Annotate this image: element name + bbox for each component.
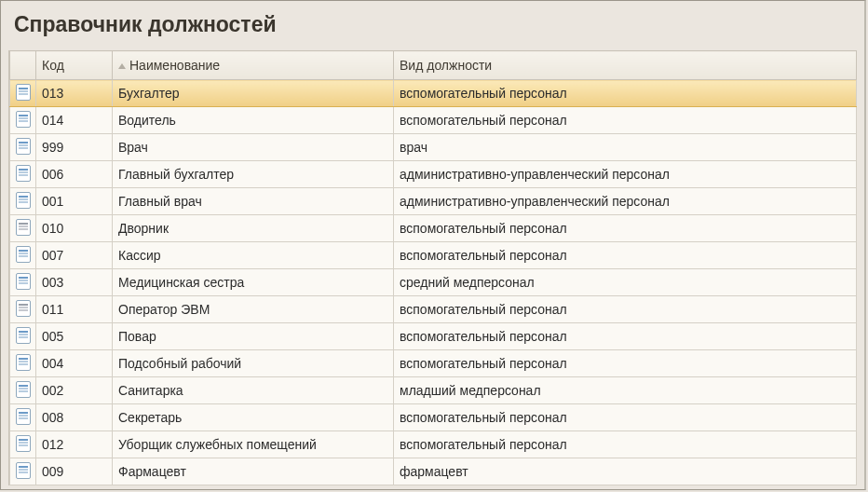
table-row[interactable]: 005Поварвспомогательный персонал: [10, 323, 857, 350]
cell-code: 999: [36, 134, 113, 161]
cell-name: Фармацевт: [113, 458, 394, 485]
table-row[interactable]: 011Оператор ЭВМвспомогательный персонал: [10, 296, 857, 323]
cell-code: 014: [36, 107, 113, 134]
cell-code: 012: [36, 431, 113, 458]
document-icon: [16, 300, 31, 317]
table-row[interactable]: 006Главный бухгалтерадминистративно-упра…: [10, 161, 857, 188]
cell-code: 013: [36, 80, 113, 107]
cell-name: Главный бухгалтер: [113, 161, 394, 188]
table-row[interactable]: 003Медицинская сестрасредний медперсонал: [10, 269, 857, 296]
document-icon: [16, 192, 31, 209]
row-icon-cell: [10, 323, 36, 350]
row-icon-cell: [10, 161, 36, 188]
cell-type: средний медперсонал: [394, 269, 857, 296]
cell-type: вспомогательный персонал: [394, 215, 857, 242]
page-title: Справочник должностей: [1, 1, 864, 50]
col-header-name[interactable]: Наименование: [113, 51, 394, 80]
document-icon: [16, 246, 31, 263]
cell-code: 006: [36, 161, 113, 188]
cell-name: Секретарь: [113, 404, 394, 431]
cell-name: Дворник: [113, 215, 394, 242]
table-row[interactable]: 008Секретарьвспомогательный персонал: [10, 404, 857, 431]
table-row[interactable]: 004Подсобный рабочийвспомогательный перс…: [10, 350, 857, 377]
cell-name: Медицинская сестра: [113, 269, 394, 296]
cell-type: вспомогательный персонал: [394, 80, 857, 107]
cell-name: Главный врач: [113, 188, 394, 215]
cell-name: Подсобный рабочий: [113, 350, 394, 377]
cell-name: Оператор ЭВМ: [113, 296, 394, 323]
row-icon-cell: [10, 188, 36, 215]
cell-name: Санитарка: [113, 377, 394, 404]
col-header-code[interactable]: Код: [36, 51, 113, 80]
document-icon: [16, 462, 31, 479]
cell-code: 002: [36, 377, 113, 404]
cell-name: Кассир: [113, 242, 394, 269]
cell-type: врач: [394, 134, 857, 161]
cell-code: 004: [36, 350, 113, 377]
document-icon: [16, 84, 31, 101]
cell-code: 011: [36, 296, 113, 323]
cell-name: Водитель: [113, 107, 394, 134]
cell-type: вспомогательный персонал: [394, 296, 857, 323]
document-icon: [16, 138, 31, 155]
document-icon: [16, 435, 31, 452]
cell-code: 010: [36, 215, 113, 242]
row-icon-cell: [10, 134, 36, 161]
row-icon-cell: [10, 107, 36, 134]
col-header-type[interactable]: Вид должности: [394, 51, 857, 80]
cell-type: административно-управленческий персонал: [394, 188, 857, 215]
cell-name: Бухгалтер: [113, 80, 394, 107]
positions-grid: Код Наименование Вид должности 013Бухгал…: [8, 50, 857, 485]
table-row[interactable]: 999Врачврач: [10, 134, 857, 161]
cell-code: 007: [36, 242, 113, 269]
document-icon: [16, 165, 31, 182]
table-row[interactable]: 012Уборщик служебных помещенийвспомогате…: [10, 431, 857, 458]
positions-table: Код Наименование Вид должности 013Бухгал…: [9, 50, 857, 485]
row-icon-cell: [10, 350, 36, 377]
table-row[interactable]: 002Санитаркамладший медперсонал: [10, 377, 857, 404]
cell-type: административно-управленческий персонал: [394, 161, 857, 188]
cell-type: вспомогательный персонал: [394, 323, 857, 350]
table-row[interactable]: 013Бухгалтервспомогательный персонал: [10, 80, 857, 107]
cell-type: вспомогательный персонал: [394, 404, 857, 431]
cell-code: 008: [36, 404, 113, 431]
cell-code: 005: [36, 323, 113, 350]
cell-type: вспомогательный персонал: [394, 350, 857, 377]
document-icon: [16, 327, 31, 344]
cell-code: 009: [36, 458, 113, 485]
row-icon-cell: [10, 242, 36, 269]
row-icon-cell: [10, 269, 36, 296]
table-row[interactable]: 014Водительвспомогательный персонал: [10, 107, 857, 134]
row-icon-cell: [10, 80, 36, 107]
cell-name: Повар: [113, 323, 394, 350]
table-row[interactable]: 007Кассирвспомогательный персонал: [10, 242, 857, 269]
row-icon-cell: [10, 296, 36, 323]
row-icon-cell: [10, 458, 36, 485]
row-icon-cell: [10, 431, 36, 458]
document-icon: [16, 408, 31, 425]
cell-name: Врач: [113, 134, 394, 161]
cell-code: 001: [36, 188, 113, 215]
cell-type: фармацевт: [394, 458, 857, 485]
cell-type: младший медперсонал: [394, 377, 857, 404]
table-header-row: Код Наименование Вид должности: [10, 51, 857, 80]
row-icon-cell: [10, 404, 36, 431]
col-header-icon[interactable]: [10, 51, 36, 80]
table-row[interactable]: 010Дворниквспомогательный персонал: [10, 215, 857, 242]
cell-name: Уборщик служебных помещений: [113, 431, 394, 458]
document-icon: [16, 354, 31, 371]
cell-code: 003: [36, 269, 113, 296]
app-frame: Справочник должностей Код Наименование В…: [0, 0, 866, 490]
cell-type: вспомогательный персонал: [394, 242, 857, 269]
document-icon: [16, 273, 31, 290]
row-icon-cell: [10, 377, 36, 404]
document-icon: [16, 111, 31, 128]
row-icon-cell: [10, 215, 36, 242]
table-row[interactable]: 001Главный врачадминистративно-управленч…: [10, 188, 857, 215]
cell-type: вспомогательный персонал: [394, 107, 857, 134]
table-row[interactable]: 009Фармацевтфармацевт: [10, 458, 857, 485]
document-icon: [16, 381, 31, 398]
cell-type: вспомогательный персонал: [394, 431, 857, 458]
document-icon: [16, 219, 31, 236]
